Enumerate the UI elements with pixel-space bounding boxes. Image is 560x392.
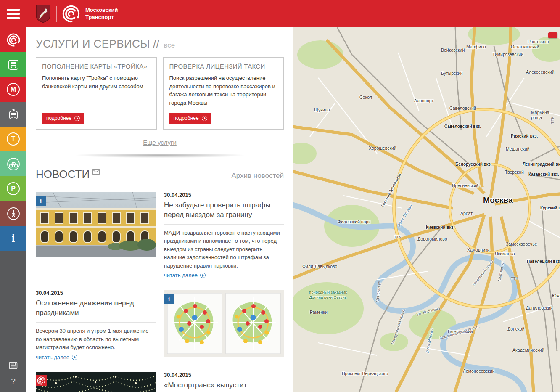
map-label: река Москва (396, 204, 413, 227)
sidebar-footer: ? (0, 362, 26, 386)
card-more-button[interactable]: подробнее (42, 113, 84, 124)
news-title-link[interactable]: «Мосгортранс» выпустит бесплатные билеты (164, 381, 284, 392)
app-window: Московский Транспорт М (0, 0, 560, 392)
sidebar-item-pedestrian[interactable] (0, 201, 26, 226)
news-section-title: НОВОСТИ (36, 168, 100, 181)
service-card-troika[interactable]: ПОПОЛНЕНИЕ КАРТЫ «ТРОЙКА» Пополнить карт… (36, 57, 157, 130)
arrow-circle-icon (202, 116, 207, 121)
services-title: УСЛУГИ И СЕРВИСЫ // (36, 37, 159, 50)
news-header: НОВОСТИ Архив новостей (36, 168, 284, 181)
news-body: Вечером 30 апреля и утром 1 мая движение… (36, 327, 156, 352)
services-header: УСЛУГИ И СЕРВИСЫ // все (36, 37, 284, 50)
divider (36, 322, 156, 323)
map-label: река Москва (425, 328, 434, 353)
map-label: Филевский парк (338, 219, 370, 224)
arrow-circle-icon (72, 355, 77, 360)
arrow-circle-icon (74, 116, 80, 121)
map-label: Киевский вкз. (426, 225, 454, 230)
traffic-maps-photo (164, 290, 284, 357)
map-label: Тверской (505, 170, 524, 175)
map-label: Ленинский просп. (471, 258, 495, 287)
map-label: Фили-Давыдково (302, 264, 337, 269)
sidebar-item-parking[interactable]: Р (0, 176, 26, 201)
sidebar-item-taxi[interactable]: Т (0, 127, 26, 151)
moscow-transport-logo-icon (7, 33, 20, 47)
news-image-trolleybus[interactable] (36, 372, 156, 392)
map-label: Павелецкий вкз. (527, 259, 560, 264)
sidebar-item-bus[interactable] (0, 52, 26, 77)
news-title-link[interactable]: Осложнение движения перед праздниками (36, 299, 156, 318)
news-body: МАДИ поздравляет горожан с наступающими … (164, 229, 284, 270)
sidebar-item-bicycle[interactable] (0, 151, 26, 176)
sidebar-item-transport-home[interactable] (0, 27, 26, 52)
info-icon: i (12, 232, 15, 245)
news-text-block: 30.04.2015 «Мосгортранс» выпустит беспла… (164, 372, 284, 392)
map-label: Нижние Мневники (380, 172, 402, 208)
transport-logo-badge (36, 375, 47, 386)
trolleybus-photo (36, 372, 156, 392)
brand-title: Московский (85, 7, 118, 14)
news-image-traffic-maps[interactable]: i (164, 290, 284, 357)
news-archive-link[interactable]: Архив новостей (231, 172, 284, 180)
map-label: Бутырский (441, 71, 463, 76)
news-text-block: 30.04.2015 Осложнение движения перед пра… (36, 290, 156, 360)
bus-icon (7, 58, 20, 72)
brand[interactable]: Московский Транспорт (35, 0, 118, 27)
sidebar-item-metro[interactable]: М (0, 77, 26, 102)
map-label: Дорогомилово (417, 236, 447, 241)
map-label: Пресненский (452, 183, 479, 188)
news-feed-icon[interactable] (9, 362, 18, 369)
card-description: Пополнить карту "Тройка" с помощью банко… (42, 74, 151, 90)
map-label: Савеловский (449, 106, 476, 111)
map-label: ТТК (394, 234, 401, 239)
map-label: Мещанский (506, 146, 530, 151)
news-item: 30.04.2015 Осложнение движения перед пра… (36, 290, 284, 360)
taxi-icon: Т (7, 132, 20, 146)
sidebar-item-tram[interactable] (0, 102, 26, 127)
sidebar-item-info[interactable]: i (0, 226, 26, 251)
map-label: Проспект Вернадского (342, 371, 388, 376)
map-label: Савеловский вкз. (444, 124, 481, 129)
more-services-link[interactable]: Еще услуги (36, 139, 284, 146)
map-label: Останкинский (511, 44, 539, 49)
moscow-transport-logo-icon (62, 5, 80, 23)
read-more-link[interactable]: читать далее (164, 272, 206, 278)
bicycle-icon (7, 157, 20, 171)
news-image-building[interactable]: i (36, 192, 156, 257)
card-more-button[interactable]: подробнее (169, 113, 211, 124)
map-label: Арбат (460, 211, 473, 216)
parking-icon: Р (7, 182, 20, 195)
map-label: Марьина роща (531, 110, 549, 120)
brand-subtitle: Транспорт (85, 14, 118, 21)
envelope-icon[interactable] (92, 169, 100, 175)
map-panel[interactable]: РостокиноМарфиноОстанкинскийВойковскийТи… (293, 27, 560, 392)
services-view-all-link[interactable]: все (164, 41, 175, 50)
read-more-link[interactable]: читать далее (36, 354, 77, 360)
map-label: Сокол (359, 95, 372, 100)
map-label: Курский вкз. (540, 206, 560, 210)
map-label: Казанский вкз. (528, 172, 559, 177)
news-title-link[interactable]: Не забудьте проверить штрафы перед выезд… (164, 201, 284, 220)
section-divider (32, 154, 288, 162)
top-header: Московский Транспорт (0, 0, 560, 27)
help-icon[interactable]: ? (11, 377, 16, 386)
arrow-circle-icon (200, 273, 206, 278)
news-date: 30.04.2015 (164, 372, 284, 378)
hamburger-menu-button[interactable] (0, 0, 26, 27)
map-label: Даниловский (526, 305, 553, 310)
map-labels-layer: РостокиноМарфиноОстанкинскийВойковскийТи… (293, 27, 560, 392)
map-label: Южный (552, 293, 560, 298)
service-cards: ПОПОЛНЕНИЕ КАРТЫ «ТРОЙКА» Пополнить карт… (36, 57, 284, 130)
map-label: Донской (507, 326, 525, 331)
map-label: ТТК (511, 276, 518, 281)
map-label: Академический (512, 347, 544, 352)
map-label: ТТК (550, 117, 555, 124)
map-label: Минская ул. (375, 280, 382, 302)
card-description: Поиск разрешений на осуществление деятел… (169, 74, 278, 107)
map-marker (548, 32, 557, 38)
map-label: Хорошевский (369, 146, 396, 151)
map-label: Ленинградский вкз. (523, 162, 560, 167)
service-card-taxi-license[interactable]: ПРОВЕРКА ЛИЦЕНЗИЙ ТАКСИ Поиск разрешений… (163, 57, 284, 130)
map-label: Щукино (314, 107, 330, 112)
header-divider (56, 6, 57, 22)
